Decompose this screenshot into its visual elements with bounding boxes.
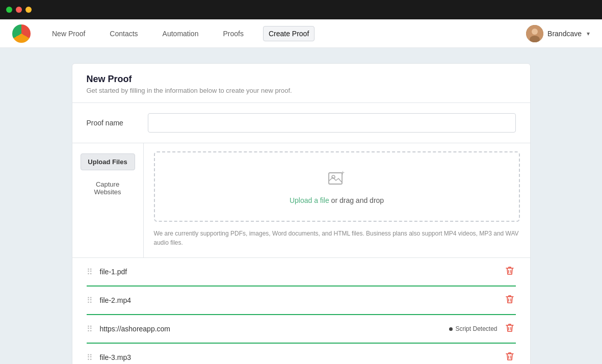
script-dot-icon <box>449 327 453 331</box>
file-name: file-2.mp4 <box>100 296 504 304</box>
drop-zone[interactable]: + Upload a file or drag and drop <box>154 151 520 222</box>
traffic-light-green[interactable] <box>6 7 12 13</box>
script-detected-badge: Script Detected <box>449 325 497 332</box>
nav-link-contacts[interactable]: Contacts <box>104 27 143 41</box>
upload-file-link[interactable]: Upload a file <box>290 196 329 204</box>
nav-left: New Proof Contacts Automation Proofs Cre… <box>12 24 315 43</box>
card-title: New Proof <box>87 74 516 85</box>
app-logo[interactable] <box>12 24 31 43</box>
file-list: ⠿ file-1.pdf ⠿ file-2.mp4 <box>72 258 530 364</box>
proof-name-label: Proof name <box>87 119 138 127</box>
upload-main: + Upload a file or drag and drop We are … <box>144 143 530 257</box>
new-proof-card: New Proof Get started by filling in the … <box>72 63 531 364</box>
file-name: file-3.mp3 <box>100 353 504 361</box>
nav-right: Brandcave ▾ <box>526 25 590 42</box>
support-text: We are currently supporting PDFs, images… <box>154 229 520 247</box>
upload-section: Upload Files Capture Websites + Upload <box>72 143 530 258</box>
drag-handle-icon[interactable]: ⠿ <box>87 296 94 305</box>
upload-sidebar: Upload Files Capture Websites <box>72 143 144 257</box>
table-row: ⠿ file-1.pdf <box>87 258 516 287</box>
delete-button[interactable] <box>504 322 516 335</box>
capture-websites-link[interactable]: Capture Websites <box>81 176 135 200</box>
file-name: https://ashoreapp.com <box>100 325 450 333</box>
upload-files-button[interactable]: Upload Files <box>81 153 135 170</box>
drop-text-suffix: or drag and drop <box>329 196 384 204</box>
nav-link-create-proof[interactable]: Create Proof <box>263 26 315 41</box>
nav-link-proofs[interactable]: Proofs <box>218 27 248 41</box>
table-row: ⠿ https://ashoreapp.com Script Detected <box>87 315 516 344</box>
table-row: ⠿ file-3.mp3 <box>87 344 516 364</box>
table-row: ⠿ file-2.mp4 <box>87 287 516 315</box>
username-label: Brandcave <box>547 30 582 38</box>
drag-handle-icon[interactable]: ⠿ <box>87 267 94 277</box>
page-content: New Proof Get started by filling in the … <box>57 48 546 364</box>
svg-text:+: + <box>341 169 345 176</box>
card-header: New Proof Get started by filling in the … <box>72 64 530 103</box>
navbar: New Proof Contacts Automation Proofs Cre… <box>0 19 602 48</box>
svg-point-1 <box>532 29 538 35</box>
chevron-down-icon[interactable]: ▾ <box>587 30 590 37</box>
drag-handle-icon[interactable]: ⠿ <box>87 353 94 362</box>
proof-name-row: Proof name <box>72 103 530 143</box>
drag-handle-icon[interactable]: ⠿ <box>87 324 94 334</box>
delete-button[interactable] <box>504 265 516 278</box>
script-detected-label: Script Detected <box>455 325 497 332</box>
file-name: file-1.pdf <box>100 268 504 276</box>
titlebar <box>0 0 602 19</box>
delete-button[interactable] <box>504 294 516 307</box>
nav-links: New Proof Contacts Automation Proofs Cre… <box>47 26 315 41</box>
nav-link-overview[interactable]: New Proof <box>47 27 90 41</box>
traffic-light-red[interactable] <box>16 7 22 13</box>
proof-name-input[interactable] <box>148 113 516 133</box>
card-subtitle: Get started by filling in the informatio… <box>87 87 516 94</box>
nav-link-automation[interactable]: Automation <box>158 27 204 41</box>
traffic-light-yellow[interactable] <box>25 7 32 13</box>
delete-button[interactable] <box>504 351 516 364</box>
avatar <box>526 25 543 42</box>
svg-rect-3 <box>329 173 342 184</box>
upload-icon: + <box>327 169 347 191</box>
drop-text: Upload a file or drag and drop <box>290 196 384 204</box>
